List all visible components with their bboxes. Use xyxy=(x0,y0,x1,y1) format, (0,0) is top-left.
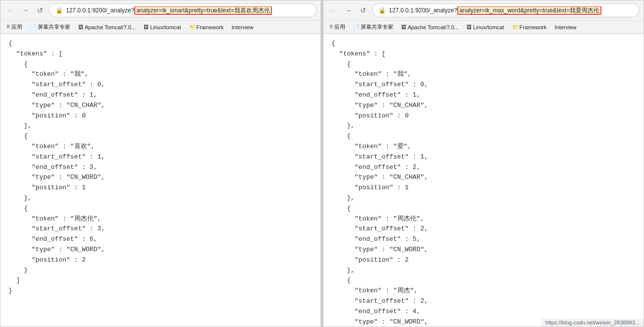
address-highlight-right: analyzer=ik_max_word&pretty=true&text=我爱… xyxy=(457,6,601,15)
bookmark-label: Linux/tomcat xyxy=(150,24,181,30)
bookmark-linux-left[interactable]: 🖼 Linux/tomcat xyxy=(142,23,183,31)
bookmark-label: Apache Tomcat/7.0... xyxy=(408,24,459,30)
json-line: { xyxy=(8,131,313,142)
json-line: "start_offset" : 2, xyxy=(331,296,636,307)
json-line: "tokens" : [ xyxy=(8,49,313,59)
json-line: "position" : 1 xyxy=(331,183,636,193)
page-content-right: { "tokens" : [ { "token" : "我", "start_o… xyxy=(323,34,644,327)
address-before-left: 127.0.0.1:9200/_analyze? xyxy=(66,7,134,14)
json-line: }, xyxy=(331,193,636,204)
address-text-right: 127.0.0.1:9200/_analyze?analyzer=ik_max_… xyxy=(389,6,601,15)
json-line: "token" : "周杰伦", xyxy=(8,214,313,224)
page-content-left: { "tokens" : [ { "token" : "我", "start_o… xyxy=(0,34,321,327)
bookmark-framework-left[interactable]: 📁 Framework xyxy=(187,23,226,31)
json-line: { xyxy=(331,204,636,214)
forward-button-left[interactable]: → xyxy=(19,4,31,16)
apps-icon-left: ⠿ xyxy=(6,24,10,30)
json-line: }, xyxy=(8,193,313,204)
json-line: "token" : "爱", xyxy=(331,142,636,152)
json-line: "end_offset" : 1, xyxy=(8,90,313,101)
json-line: "type" : "CN_CHAR", xyxy=(8,101,313,111)
json-line: "tokens" : [ xyxy=(331,49,636,59)
browser-left: ← → ↺ 🔒 127.0.0.1:9200/_analyze?analyzer… xyxy=(0,0,321,327)
browser-left-chrome: ← → ↺ 🔒 127.0.0.1:9200/_analyze?analyzer… xyxy=(0,0,321,34)
apps-icon-right: ⠿ xyxy=(329,24,333,30)
page-icon-left2: 🖼 xyxy=(78,24,83,30)
json-line: { xyxy=(331,39,636,49)
json-line: "token" : "我", xyxy=(8,69,313,80)
bookmark-linux-right[interactable]: 🖼 Linux/tomcat xyxy=(465,23,506,31)
json-line: "type" : "CN_WORD", xyxy=(331,245,636,255)
json-line: "end_offset" : 3, xyxy=(8,163,313,173)
bookmark-label: Interview xyxy=(232,24,254,30)
address-bar-right[interactable]: 🔒 127.0.0.1:9200/_analyze?analyzer=ik_ma… xyxy=(372,3,640,17)
back-button-left[interactable]: ← xyxy=(4,4,16,16)
json-line: }, xyxy=(8,121,313,131)
json-line: } xyxy=(8,286,313,296)
lock-icon-right: 🔒 xyxy=(378,7,386,14)
nav-bar-left: ← → ↺ 🔒 127.0.0.1:9200/_analyze?analyzer… xyxy=(0,0,321,20)
json-line: "token" : "周杰伦", xyxy=(331,214,636,224)
folder-icon-left: 📁 xyxy=(189,24,195,30)
address-highlight-left: analyzer=ik_smart&pretty=true&text=我喜欢周杰… xyxy=(134,6,272,15)
json-line: "type" : "CN_WORD", xyxy=(8,172,313,183)
json-line: "position" : 2 xyxy=(8,255,313,266)
json-line: "end_offset" : 2, xyxy=(331,163,636,173)
json-line: { xyxy=(331,59,636,70)
page-icon-left3: 🖼 xyxy=(144,24,149,30)
address-text-left: 127.0.0.1:9200/_analyze?analyzer=ik_smar… xyxy=(66,6,272,15)
json-line: { xyxy=(8,39,313,49)
status-bar: https://blog.csdn.net/weixin_2838993... xyxy=(541,319,644,327)
json-line: "start_offset" : 0, xyxy=(331,80,636,90)
bookmark-tomcat-left[interactable]: 🖼 Apache Tomcat/7.0... xyxy=(76,23,138,31)
bookmark-screen-left[interactable]: 📄 屏幕共享专家 xyxy=(28,22,72,32)
reload-button-right[interactable]: ↺ xyxy=(357,4,369,16)
json-line: "start_offset" : 3, xyxy=(8,224,313,234)
json-line: } xyxy=(8,266,313,276)
json-line: "token" : "周杰", xyxy=(331,286,636,296)
json-line: "end_offset" : 1, xyxy=(331,90,636,101)
folder-icon-right: 📁 xyxy=(512,24,518,30)
bookmark-interview-right[interactable]: Interview xyxy=(553,23,579,31)
page-icon-right1: 📄 xyxy=(353,24,359,30)
json-line: "position" : 2 xyxy=(331,255,636,266)
bookmarks-bar-left: ⠿ 应用 📄 屏幕共享专家 🖼 Apache Tomcat/7.0... 🖼 L… xyxy=(0,20,321,33)
browser-right: ← → ↺ 🔒 127.0.0.1:9200/_analyze?analyzer… xyxy=(323,0,644,327)
back-button-right[interactable]: ← xyxy=(327,4,339,16)
json-line: "position" : 0 xyxy=(331,111,636,121)
json-line: "start_offset" : 1, xyxy=(331,152,636,163)
bookmark-apps-right[interactable]: ⠿ 应用 xyxy=(327,22,347,32)
json-line: "type" : "CN_WORD", xyxy=(8,245,313,255)
forward-button-right[interactable]: → xyxy=(342,4,354,16)
bookmark-tomcat-right[interactable]: 🖼 Apache Tomcat/7.0... xyxy=(399,23,461,31)
bookmark-label: 应用 xyxy=(334,23,345,31)
json-line: "end_offset" : 5, xyxy=(331,234,636,245)
json-line: "end_offset" : 4, xyxy=(331,307,636,317)
reload-button-left[interactable]: ↺ xyxy=(34,4,46,16)
bookmark-label: 屏幕共享专家 xyxy=(38,23,70,31)
page-icon-left1: 📄 xyxy=(30,24,36,30)
json-line: "type" : "CN_CHAR", xyxy=(331,172,636,183)
bookmark-apps-left[interactable]: ⠿ 应用 xyxy=(4,22,24,32)
json-line: { xyxy=(331,131,636,142)
bookmark-screen-right[interactable]: 📄 屏幕共享专家 xyxy=(351,22,395,32)
json-line: "start_offset" : 0, xyxy=(8,80,313,90)
json-line: "start_offset" : 2, xyxy=(331,224,636,234)
page-icon-right2: 🖼 xyxy=(401,24,406,30)
json-line: "token" : "喜欢", xyxy=(8,142,313,152)
bookmark-interview-left[interactable]: Interview xyxy=(230,23,256,31)
status-link: https://blog.csdn.net/weixin_2838993... xyxy=(545,320,640,326)
bookmark-framework-right[interactable]: 📁 Framework xyxy=(510,23,549,31)
page-icon-right3: 🖼 xyxy=(467,24,472,30)
json-line: "start_offset" : 1, xyxy=(8,152,313,163)
bookmark-label: Linux/tomcat xyxy=(473,24,504,30)
json-line: "position" : 0 xyxy=(8,111,313,121)
address-bar-left[interactable]: 🔒 127.0.0.1:9200/_analyze?analyzer=ik_sm… xyxy=(49,3,317,17)
json-line: { xyxy=(8,204,313,214)
lock-icon-left: 🔒 xyxy=(55,7,63,14)
bookmark-label: Apache Tomcat/7.0... xyxy=(85,24,136,30)
json-line: }, xyxy=(331,121,636,131)
json-line: { xyxy=(8,59,313,70)
json-line: "end_offset" : 6, xyxy=(8,234,313,245)
browser-right-chrome: ← → ↺ 🔒 127.0.0.1:9200/_analyze?analyzer… xyxy=(323,0,644,34)
